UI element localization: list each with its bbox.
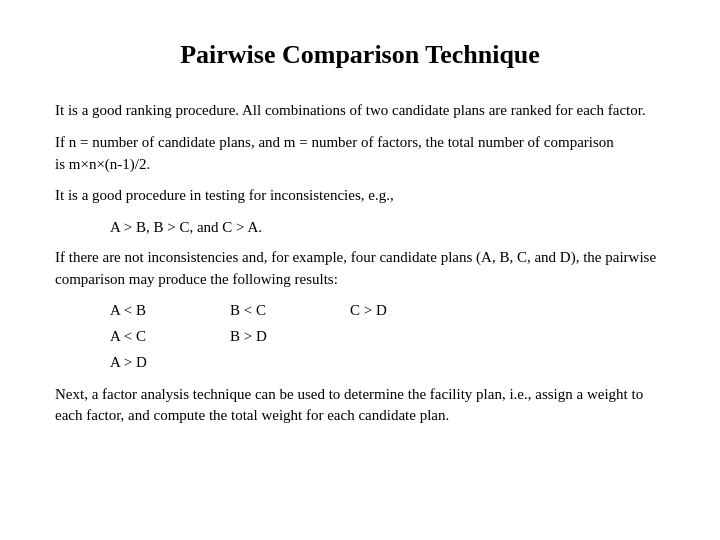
row1-col2: B < C <box>230 300 290 322</box>
comparison-row-2: A < C B > D <box>110 326 665 348</box>
row2-col2: B > D <box>230 326 290 348</box>
paragraph-2: If n = number of candidate plans, and m … <box>55 132 665 176</box>
paragraph-1: It is a good ranking procedure. All comb… <box>55 100 665 122</box>
page-container: Pairwise Comparison Technique It is a go… <box>0 0 720 540</box>
row1-col3: C > D <box>350 300 410 322</box>
example-abc: A > B, B > C, and C > A. <box>110 217 665 239</box>
paragraph-6: Next, a factor analysis technique can be… <box>55 384 665 428</box>
comparison-row-3: A > D <box>110 352 665 374</box>
page-title: Pairwise Comparison Technique <box>55 40 665 70</box>
paragraph-2b: is m×n×(n-1)/2. <box>55 156 150 172</box>
row3-col1: A > D <box>110 352 170 374</box>
comparison-row-1: A < B B < C C > D <box>110 300 665 322</box>
paragraph-5: If there are not inconsistencies and, fo… <box>55 247 665 291</box>
row1-col1: A < B <box>110 300 170 322</box>
paragraph-3: It is a good procedure in testing for in… <box>55 185 665 207</box>
paragraph-2a: If n = number of candidate plans, and m … <box>55 134 614 150</box>
row2-col1: A < C <box>110 326 170 348</box>
